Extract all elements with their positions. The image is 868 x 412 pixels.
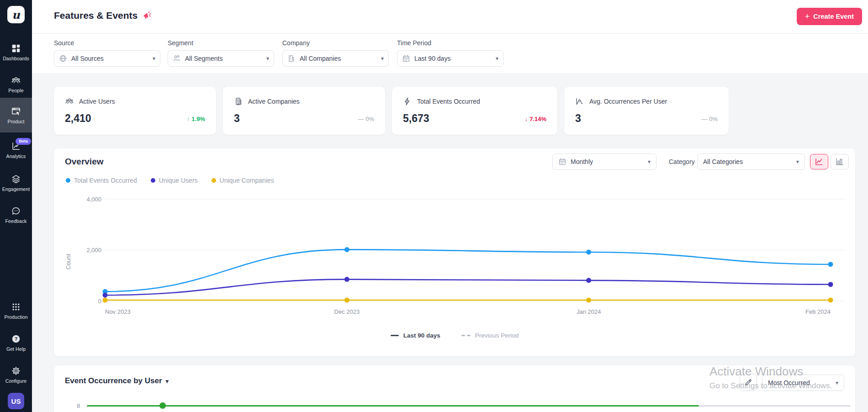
sidebar-item-dashboards[interactable]: Dashboards (0, 37, 32, 67)
users-group-icon (65, 97, 74, 106)
dashboards-icon (11, 43, 21, 53)
sidebar-item-production[interactable]: Production (0, 296, 32, 325)
svg-text:0: 0 (98, 298, 101, 305)
sidebar-item-configure[interactable]: Configure (0, 360, 32, 389)
time-period-value: Last 90 days (414, 55, 492, 62)
event-occurrence-title[interactable]: Event Occurrence by User (65, 376, 169, 386)
production-icon (11, 302, 21, 312)
source-dropdown[interactable]: All Sources (54, 50, 160, 67)
legend-current-period[interactable]: Last 90 days (391, 332, 440, 339)
period-legend: Last 90 days Previous Period (54, 332, 855, 339)
event-dot (159, 402, 166, 409)
svg-text:2,000: 2,000 (86, 247, 101, 254)
sidebar-item-feedback[interactable]: Feedback (0, 200, 32, 229)
bar-chart-toggle[interactable] (831, 154, 849, 169)
chevron-down-icon (836, 380, 838, 386)
chevron-down-icon (796, 158, 799, 165)
legend-dot (66, 178, 70, 183)
legend-previous-period[interactable]: Previous Period (461, 332, 519, 339)
row-value-label: 8 (77, 402, 80, 409)
category-label: Category (669, 158, 695, 165)
sidebar-item-engagement[interactable]: Engagement (0, 168, 32, 197)
edit-button[interactable] (740, 374, 757, 391)
building-icon (287, 54, 296, 63)
chevron-down-icon (381, 55, 384, 62)
stat-label: Total Events Occurred (417, 98, 480, 105)
line-chart-toggle[interactable] (810, 154, 828, 169)
bar-chart-icon (835, 157, 844, 166)
stat-label: Avg. Occurrences Per User (589, 98, 667, 105)
avatar-initials: US (11, 397, 21, 405)
app-logo[interactable]: u (7, 6, 25, 23)
dashed-line-icon (461, 335, 471, 336)
company-dropdown[interactable]: All Companies (282, 50, 389, 67)
filter-time-period: Time Period Last 90 days (397, 39, 503, 67)
filter-label: Company (282, 39, 389, 47)
sidebar-item-people[interactable]: People (0, 69, 32, 99)
stat-delta: 0% (701, 116, 718, 122)
top-header: Features & Events Create Event (32, 0, 868, 34)
chevron-down-icon (648, 158, 651, 165)
event-line-rest (699, 405, 851, 407)
engagement-icon (11, 174, 21, 184)
filter-label: Segment (168, 39, 274, 47)
overview-line-chart: 02,0004,000CountNov 2023Dec 2023Jan 2024… (54, 190, 855, 327)
logo-letter: u (12, 8, 20, 21)
solid-dash-icon (391, 335, 399, 336)
segment-dropdown[interactable]: All Segments (168, 50, 274, 67)
stat-card-total-events: Total Events Occurred 5,673 7.14% (392, 87, 557, 135)
event-occurrence-card: Event Occurrence by User Most Occurred 8 (54, 365, 855, 412)
stat-delta: 0% (358, 116, 374, 122)
stat-value: 3 (575, 112, 581, 125)
filter-label: Source (54, 39, 160, 47)
svg-text:4,000: 4,000 (86, 196, 101, 203)
sidebar-label: Feedback (5, 218, 27, 224)
lightning-icon (403, 97, 412, 106)
bell-curve-icon (575, 97, 584, 106)
sort-value: Most Occurred (768, 379, 831, 386)
calendar-icon (558, 158, 566, 166)
filter-bar: Source All Sources Segment All Segmen (32, 34, 868, 73)
people-icon (11, 75, 21, 85)
chevron-down-icon (496, 55, 498, 62)
event-row: 8 (54, 402, 855, 410)
pencil-icon (744, 378, 752, 386)
create-event-button[interactable]: Create Event (797, 8, 862, 25)
svg-text:?: ? (15, 336, 18, 341)
sidebar-label: Get Help (6, 346, 26, 352)
time-period-dropdown[interactable]: Last 90 days (397, 50, 503, 67)
beta-badge: Beta (16, 138, 31, 145)
granularity-value: Monthly (571, 158, 644, 165)
overview-card: Overview Monthly Category All Categories (54, 148, 855, 356)
filter-source: Source All Sources (54, 39, 160, 67)
stat-value: 5,673 (403, 112, 429, 125)
stat-delta: 7.14% (525, 116, 546, 122)
sidebar-item-get-help[interactable]: ? Get Help (0, 328, 32, 357)
legend-dot (212, 178, 216, 183)
sidebar-item-product[interactable]: Product (0, 98, 32, 132)
sidebar-label: Production (4, 314, 27, 320)
sidebar-item-analytics[interactable]: Beta Analytics (0, 135, 32, 164)
legend-unique-companies[interactable]: Unique Companies (212, 177, 274, 184)
stat-card-avg-occurrences: Avg. Occurrences Per User 3 0% (564, 87, 729, 135)
granularity-dropdown[interactable]: Monthly (552, 153, 656, 170)
svg-text:Feb 2024: Feb 2024 (805, 308, 831, 315)
arrow-up-icon (187, 116, 190, 122)
sidebar-label: Dashboards (3, 56, 29, 61)
plus-icon (805, 12, 810, 21)
svg-text:Nov 2023: Nov 2023 (105, 308, 131, 315)
event-line (87, 405, 699, 407)
sort-dropdown[interactable]: Most Occurred (762, 375, 844, 391)
configure-icon (11, 366, 21, 376)
sidebar-label: People (8, 88, 23, 93)
stat-value: 2,410 (65, 112, 91, 125)
chevron-down-icon (266, 55, 269, 62)
overview-title: Overview (65, 157, 104, 167)
user-avatar[interactable]: US (8, 393, 24, 409)
svg-text:Jan 2024: Jan 2024 (577, 308, 601, 315)
product-icon (11, 106, 21, 116)
legend-unique-users[interactable]: Unique Users (151, 177, 198, 184)
category-dropdown[interactable]: All Categories (697, 153, 805, 170)
legend-total-events[interactable]: Total Events Occurred (66, 177, 137, 184)
sidebar: u Dashboards People (0, 0, 32, 412)
